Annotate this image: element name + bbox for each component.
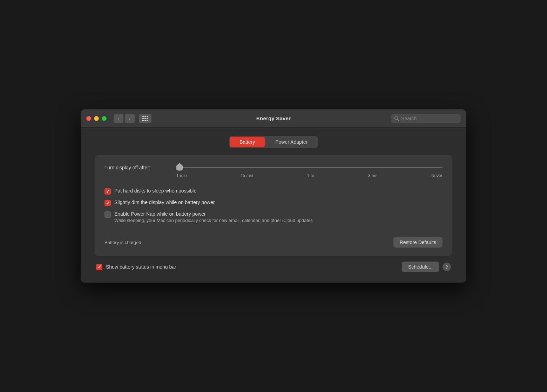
power-nap-sublabel: While sleeping, your Mac can periodicall… — [114, 218, 313, 223]
bottom-bar: ✓ Show battery status in menu bar Schedu… — [95, 262, 452, 272]
settings-panel: Turn display off after: 1 min 15 min 1 h… — [95, 155, 452, 256]
hard-disks-content: Put hard disks to sleep when possible — [114, 188, 196, 194]
tabs: Battery Power Adapter — [229, 136, 318, 148]
slider-mark-1min: 1 min — [176, 173, 187, 178]
checkbox-hard-disks: ✓ Put hard disks to sleep when possible — [104, 188, 443, 195]
slider-marks: 1 min 15 min 1 hr 3 hrs Never — [176, 173, 443, 178]
slider-mark-1hr: 1 hr — [307, 173, 314, 178]
hard-disks-checkbox[interactable]: ✓ — [104, 188, 111, 195]
search-box[interactable] — [391, 114, 461, 123]
slider-label: Turn display off after: — [104, 165, 169, 170]
checkboxes: ✓ Put hard disks to sleep when possible … — [104, 188, 443, 223]
checkmark-icon: ✓ — [106, 189, 110, 194]
minimize-button[interactable] — [94, 116, 99, 121]
back-button[interactable]: ‹ — [114, 114, 123, 123]
slider-mark-15min: 15 min — [241, 173, 253, 178]
energy-saver-window: ‹ › Energy Saver Batter — [81, 109, 466, 283]
checkmark-icon: ✓ — [106, 201, 110, 205]
forward-button[interactable]: › — [125, 114, 135, 123]
grid-icon — [142, 116, 148, 121]
nav-buttons: ‹ › — [114, 114, 135, 123]
slider-row: Turn display off after: — [104, 165, 443, 170]
titlebar: ‹ › Energy Saver — [81, 109, 466, 128]
checkmark-icon: ✓ — [97, 265, 101, 269]
slider-track — [176, 167, 443, 168]
grid-view-button[interactable] — [139, 114, 151, 123]
panel-footer: Battery is charged. Restore Defaults — [104, 237, 443, 248]
show-battery-checkbox[interactable]: ✓ — [96, 264, 102, 270]
close-button[interactable] — [86, 116, 91, 121]
slider-mark-3hrs: 3 hrs — [368, 173, 378, 178]
window-title: Energy Saver — [256, 115, 291, 121]
tab-battery[interactable]: Battery — [230, 137, 265, 147]
tabs-container: Battery Power Adapter — [95, 136, 452, 148]
svg-line-1 — [398, 119, 399, 121]
chevron-left-icon: ‹ — [118, 116, 119, 121]
help-button[interactable]: ? — [443, 263, 451, 271]
power-nap-label: Enable Power Nap while on battery power — [114, 211, 313, 217]
main-content: Battery Power Adapter Turn display off a… — [81, 128, 466, 283]
power-nap-content: Enable Power Nap while on battery power … — [114, 211, 313, 223]
schedule-button[interactable]: Schedule... — [402, 262, 439, 272]
maximize-button[interactable] — [102, 116, 107, 121]
slider-mark-never: Never — [431, 173, 443, 178]
checkbox-power-nap: Enable Power Nap while on battery power … — [104, 211, 443, 223]
slider-section: Turn display off after: 1 min 15 min 1 h… — [104, 165, 443, 178]
dim-display-checkbox[interactable]: ✓ — [104, 200, 111, 206]
bottom-right: Schedule... ? — [402, 262, 451, 272]
restore-defaults-button[interactable]: Restore Defaults — [393, 237, 443, 248]
battery-status: Battery is charged. — [104, 240, 142, 245]
search-icon — [394, 116, 399, 121]
slider-thumb[interactable] — [176, 163, 183, 171]
slider-wrapper — [176, 167, 443, 168]
checkbox-dim-display: ✓ Slightly dim the display while on batt… — [104, 200, 443, 206]
bottom-left: ✓ Show battery status in menu bar — [96, 264, 176, 270]
dim-display-content: Slightly dim the display while on batter… — [114, 200, 215, 205]
dim-display-label: Slightly dim the display while on batter… — [114, 200, 215, 205]
traffic-lights — [86, 116, 107, 121]
hard-disks-label: Put hard disks to sleep when possible — [114, 188, 196, 194]
search-input[interactable] — [401, 116, 457, 121]
chevron-right-icon: › — [129, 116, 130, 121]
show-battery-label: Show battery status in menu bar — [106, 264, 176, 270]
tab-power-adapter[interactable]: Power Adapter — [265, 137, 317, 147]
power-nap-checkbox[interactable] — [104, 211, 111, 218]
